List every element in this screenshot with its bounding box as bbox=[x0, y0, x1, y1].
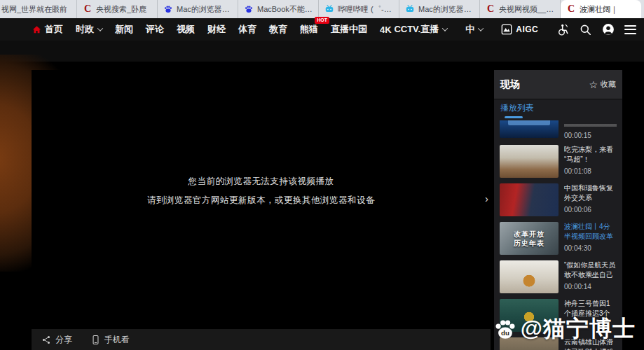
playlist-item-duration: 00:04:30 bbox=[564, 244, 617, 252]
playlist-item-title: 波澜壮阔丨4分半视频回顾改革开放 bbox=[564, 222, 617, 241]
playlist-item-meta: 波澜壮阔丨4分半视频回顾改革开放 00:04:30 bbox=[564, 222, 617, 255]
browser-tab[interactable]: 央视搜索_卧鹿 bbox=[77, 0, 158, 18]
browser-tab[interactable]: 波澜壮阔｜ bbox=[561, 0, 641, 18]
playlist-item[interactable]: 神舟三号曾因1个插座推迟3个月发射 bbox=[494, 296, 622, 335]
mobile-phone-icon bbox=[90, 335, 101, 345]
nav-item-label: 评论 bbox=[146, 23, 164, 36]
playlist-item-duration: 00:00:15 bbox=[564, 132, 617, 139]
tab-title: MacBook不能看视... bbox=[257, 4, 313, 15]
playlist-item-duration: 00:00:14 bbox=[564, 283, 617, 290]
main-content: 您当前的浏览器无法支持该视频播放 请到浏览器官方网站更新版本，或更换其他浏览器和… bbox=[0, 62, 644, 350]
baidu-paw-favicon-icon bbox=[244, 4, 254, 14]
nav-item[interactable]: 财经 bbox=[207, 23, 226, 36]
browser-tab[interactable]: Mac的浏览器无法... bbox=[158, 0, 238, 18]
share-icon bbox=[41, 335, 52, 345]
nav-item[interactable]: 体育 bbox=[238, 23, 256, 36]
sidebar-header: 现场 ☆ 收藏 bbox=[494, 70, 622, 99]
home-icon bbox=[32, 24, 42, 35]
star-icon: ☆ bbox=[589, 80, 598, 90]
menu-icon[interactable] bbox=[624, 25, 636, 34]
video-player[interactable]: 您当前的浏览器无法支持该视频播放 请到浏览器官方网站更新版本，或更换其他浏览器和… bbox=[32, 70, 491, 329]
browser-tab[interactable]: 哔哩哔哩 (゜-゜)つ... bbox=[319, 0, 399, 18]
nav-item-label: 财经 bbox=[207, 23, 226, 36]
browser-tab[interactable]: MacBook不能看视... bbox=[238, 0, 319, 18]
playlist-item-title: 云南镇雄山体滑坡已致31人遇难 现场救援 bbox=[564, 337, 617, 350]
nav-item-label: 时政 bbox=[76, 23, 94, 36]
tab-title: Mac的浏览器无法... bbox=[177, 4, 232, 15]
playlist-item[interactable]: “假如你是航天员 敢不敢乘坐自己设计的 00:00:14 bbox=[494, 258, 622, 296]
sidebar-tabs: 播放列表 bbox=[494, 99, 622, 120]
nav-item[interactable]: 熊猫 HOT bbox=[300, 23, 318, 36]
playlist: 00:00:15 吃完冻梨，来看“马超”！ 00:01:08 中 bbox=[494, 120, 622, 350]
playlist-item-meta: 云南镇雄山体滑坡已致31人遇难 现场救援 bbox=[564, 337, 617, 350]
playlist-scroll-area[interactable]: 00:00:15 吃完冻梨，来看“马超”！ 00:01:08 中 bbox=[494, 120, 622, 350]
nav-item[interactable]: 教育 bbox=[269, 23, 287, 36]
nav-item[interactable]: 4K bbox=[380, 24, 392, 35]
nav-item-label: 视频 bbox=[177, 23, 195, 36]
favorite-button[interactable]: ☆ 收藏 bbox=[589, 79, 616, 90]
thumbnail-caption: 改革开放 历史年表 bbox=[500, 222, 559, 255]
chevron-down-icon bbox=[97, 25, 103, 31]
mobile-label: 手机看 bbox=[104, 334, 130, 346]
playlist-sidebar: 现场 ☆ 收藏 播放列表 00:00:15 bbox=[494, 70, 622, 350]
share-label: 分享 bbox=[55, 334, 72, 346]
tab-title: 央视搜索_卧鹿 bbox=[96, 4, 146, 15]
playlist-item[interactable]: 中国和瑙鲁恢复外交关系 00:00:06 bbox=[494, 181, 622, 219]
tab-title: 央视网视频__央视... bbox=[499, 4, 554, 15]
playlist-item[interactable]: 改革开放 历史年表 波澜壮阔丨4分半视频回顾改革开放 00:04:30 bbox=[494, 219, 622, 258]
tab-playlist[interactable]: 播放列表 bbox=[500, 102, 534, 118]
playlist-item-meta: 中国和瑙鲁恢复外交关系 00:00:06 bbox=[564, 183, 617, 216]
chevron-down-icon bbox=[478, 25, 484, 31]
nav-item[interactable]: 评论 bbox=[146, 23, 164, 36]
cctv-favicon-icon bbox=[83, 4, 93, 14]
aigc-logo-icon bbox=[501, 24, 512, 35]
nav-item[interactable]: 时政 bbox=[76, 23, 102, 36]
aigc-label: AIGC bbox=[516, 24, 538, 34]
accessibility-icon[interactable] bbox=[556, 23, 570, 36]
bilibili-favicon-icon bbox=[324, 4, 334, 14]
baidu-paw-favicon-icon bbox=[163, 4, 173, 14]
nav-item[interactable]: 首页 bbox=[32, 23, 63, 36]
aigc-link[interactable]: AIGC bbox=[501, 24, 538, 35]
user-account-icon[interactable] bbox=[601, 22, 615, 36]
player-toolbar: 分享 手机看 bbox=[32, 329, 491, 350]
browser-tab[interactable]: 视网_世界就在眼前 bbox=[0, 0, 77, 18]
video-thumbnail bbox=[500, 183, 559, 216]
tab-title: Mac的浏览器无法... bbox=[418, 4, 474, 15]
hot-badge: HOT bbox=[315, 17, 329, 24]
video-thumbnail bbox=[500, 120, 559, 138]
nav-item[interactable]: 新闻 bbox=[115, 23, 133, 36]
nav-item-label: 首页 bbox=[45, 23, 63, 36]
browser-tab[interactable]: Mac的浏览器无法... bbox=[399, 0, 480, 18]
nav-item[interactable]: 直播中国 bbox=[331, 23, 367, 36]
watch-on-mobile-button[interactable]: 手机看 bbox=[90, 334, 130, 346]
nav-item[interactable]: 视频 bbox=[177, 23, 195, 36]
search-icon[interactable] bbox=[579, 23, 592, 36]
tab-title: 波澜壮阔｜ bbox=[580, 4, 618, 15]
playlist-item-title: 吃完冻梨，来看“马超”！ bbox=[564, 145, 617, 164]
playlist-item[interactable]: 云南镇雄山体滑坡已致31人遇难 现场救援 bbox=[494, 335, 622, 350]
playlist-item-title: “假如你是航天员 敢不敢乘坐自己设计的 bbox=[564, 260, 617, 280]
tab-title: 哔哩哔哩 (゜-゜)つ... bbox=[338, 4, 393, 15]
video-thumbnail bbox=[500, 299, 559, 332]
sidebar-collapse-chevron-icon[interactable]: › bbox=[485, 193, 488, 204]
bilibili-favicon-icon bbox=[405, 4, 415, 14]
channel-title: 现场 bbox=[500, 78, 520, 91]
video-thumbnail: 改革开放 历史年表 bbox=[500, 222, 559, 255]
video-thumbnail bbox=[500, 337, 559, 350]
secondary-navbar bbox=[0, 41, 644, 62]
cctv-live-dropdown[interactable]: CCTV.直播 bbox=[394, 23, 447, 36]
playlist-item-meta: 00:00:15 bbox=[564, 120, 617, 139]
share-button[interactable]: 分享 bbox=[41, 334, 72, 346]
playlist-item[interactable]: 吃完冻梨，来看“马超”！ 00:01:08 bbox=[494, 142, 622, 181]
playlist-item-title bbox=[564, 120, 617, 129]
navbar-right: CCTV.直播 中 AIGC bbox=[385, 22, 626, 36]
playlist-item[interactable]: 00:00:15 bbox=[494, 120, 622, 142]
playlist-item-title: 中国和瑙鲁恢复外交关系 bbox=[564, 183, 617, 203]
main-navbar: 首页 时政 新闻 评论 视频 财经 bbox=[0, 18, 644, 41]
language-dropdown[interactable]: 中 bbox=[465, 23, 483, 36]
browser-tab[interactable]: 央视网视频__央视... bbox=[480, 0, 561, 18]
player-error-line2: 请到浏览器官方网站更新版本，或更换其他浏览器和设备 bbox=[147, 195, 375, 206]
nav-item-label: 熊猫 bbox=[300, 23, 318, 36]
playlist-item-duration: 00:01:08 bbox=[564, 167, 617, 175]
